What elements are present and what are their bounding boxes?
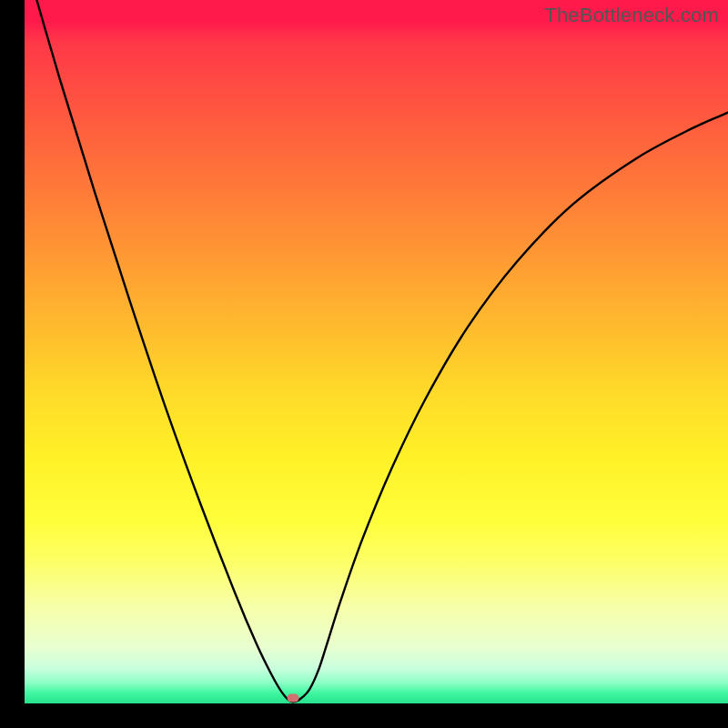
plot-area	[25, 0, 728, 703]
watermark-text: TheBottleneck.com	[544, 4, 719, 27]
bottleneck-curve	[25, 0, 728, 703]
optimal-point-marker	[287, 693, 298, 702]
chart-frame: TheBottleneck.com	[0, 0, 728, 728]
